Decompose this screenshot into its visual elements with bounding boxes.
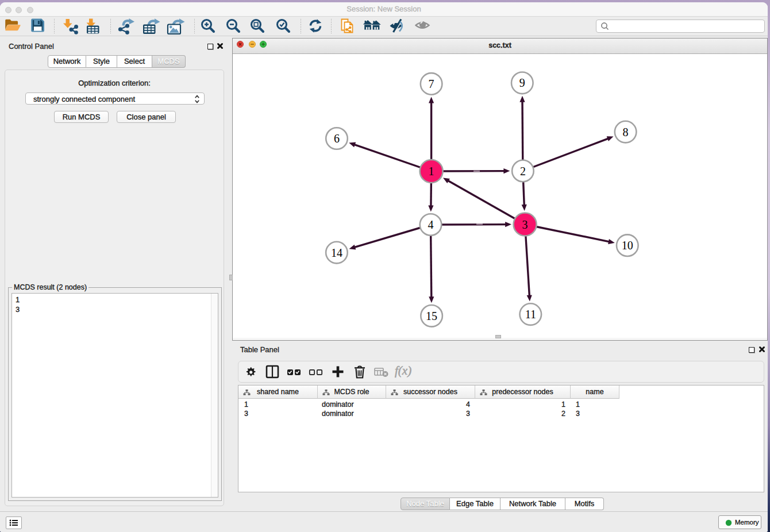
- svg-text:9: 9: [519, 76, 525, 89]
- svg-text:14: 14: [331, 246, 342, 259]
- svg-text:6: 6: [334, 132, 340, 145]
- svg-text:2: 2: [520, 165, 526, 178]
- svg-text:15: 15: [426, 310, 437, 322]
- svg-text:7: 7: [429, 78, 434, 90]
- svg-text:8: 8: [623, 126, 629, 138]
- svg-text:1: 1: [429, 165, 434, 178]
- svg-text:10: 10: [622, 239, 633, 252]
- svg-text:11: 11: [525, 308, 536, 321]
- svg-text:3: 3: [522, 218, 528, 231]
- svg-text:4: 4: [428, 218, 434, 231]
